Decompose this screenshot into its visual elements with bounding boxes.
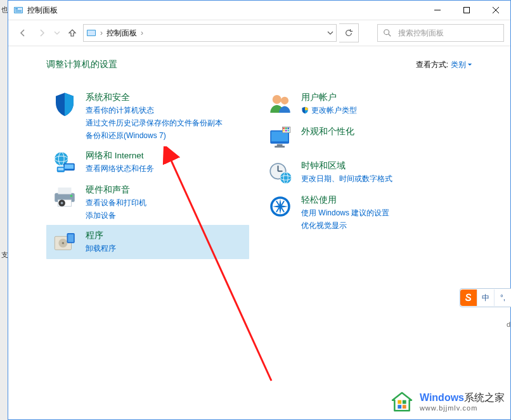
monitor-icon: [267, 125, 294, 151]
content-area: 调整计算机的设置 查看方式: 类别 系统和安全 查看你的计算机状态: [8, 46, 510, 419]
minimize-button[interactable]: [423, 1, 452, 20]
category-appearance-personalization[interactable]: 外观和个性化: [262, 121, 465, 155]
titlebar: 控制面板: [8, 1, 510, 20]
user-accounts-icon: [267, 91, 294, 117]
window-title: 控制面板: [27, 5, 58, 16]
back-button[interactable]: [15, 25, 31, 41]
category-link-label: 更改帐户类型: [311, 105, 357, 116]
ime-punct-icon[interactable]: °,: [494, 290, 511, 306]
watermark-url: www.bjjmlv.com: [420, 404, 505, 412]
printer-icon: [51, 183, 78, 210]
category-ease-of-access[interactable]: 轻松使用 使用 Windows 建议的设置 优化视觉显示: [262, 189, 465, 235]
svg-rect-56: [403, 405, 406, 409]
svg-rect-54: [403, 400, 406, 404]
category-title[interactable]: 用户帐户: [301, 92, 357, 103]
category-columns: 系统和安全 查看你的计算机状态 通过文件历史记录保存你的文件备份副本 备份和还原…: [46, 87, 498, 259]
category-link[interactable]: 使用 Windows 建议的设置: [301, 207, 389, 219]
address-dropdown[interactable]: [327, 30, 333, 36]
category-link[interactable]: 添加设备: [86, 210, 146, 221]
category-link[interactable]: 卸载程序: [86, 243, 116, 254]
up-button[interactable]: [64, 25, 81, 41]
view-mode-label: 查看方式:: [416, 60, 448, 70]
category-link[interactable]: 优化视觉显示: [301, 220, 389, 231]
titlebar-left: 控制面板: [8, 5, 58, 16]
svg-rect-10: [87, 30, 95, 35]
category-title[interactable]: 程序: [86, 230, 116, 241]
globe-network-icon: [51, 149, 78, 175]
address-bar[interactable]: › 控制面板 ›: [83, 24, 337, 42]
svg-rect-35: [277, 144, 283, 146]
close-button[interactable]: [481, 1, 510, 20]
category-hardware-sound[interactable]: 硬件和声音 查看设备和打印机 添加设备: [46, 179, 249, 225]
category-link[interactable]: 通过文件历史记录保存你的文件备份副本: [86, 117, 223, 129]
svg-rect-21: [58, 188, 72, 194]
search-icon: [383, 29, 392, 37]
forward-button[interactable]: [34, 25, 50, 41]
svg-rect-53: [398, 400, 401, 404]
uac-shield-icon: [301, 106, 309, 114]
svg-line-12: [389, 34, 391, 37]
svg-rect-4: [15, 11, 22, 12]
category-link[interactable]: 更改日期、时间或数字格式: [301, 173, 392, 184]
category-link[interactable]: 更改帐户类型: [301, 105, 357, 116]
shield-icon: [51, 91, 78, 117]
refresh-button[interactable]: [339, 23, 359, 42]
svg-rect-34: [271, 132, 288, 142]
search-box[interactable]: [377, 24, 504, 42]
category-programs[interactable]: 程序 卸载程序: [46, 225, 249, 259]
svg-rect-55: [398, 405, 401, 409]
svg-rect-38: [283, 127, 285, 129]
maximize-button[interactable]: [452, 1, 481, 20]
breadcrumb-root[interactable]: 控制面板: [107, 28, 137, 39]
svg-rect-2: [15, 8, 18, 10]
category-user-accounts[interactable]: 用户帐户 更改帐户类型: [262, 87, 465, 121]
category-system-security[interactable]: 系统和安全 查看你的计算机状态 通过文件历史记录保存你的文件备份副本 备份和还原…: [46, 87, 249, 145]
ime-mode[interactable]: 中: [477, 290, 494, 306]
svg-point-31: [273, 95, 281, 104]
breadcrumb-separator: ›: [141, 29, 143, 37]
svg-rect-39: [285, 127, 287, 129]
svg-point-11: [384, 30, 389, 35]
category-column-right: 用户帐户 更改帐户类型 外观和个性化: [262, 87, 465, 259]
svg-rect-36: [275, 146, 285, 148]
svg-rect-43: [287, 130, 289, 132]
category-link[interactable]: 查看设备和打印机: [86, 197, 146, 208]
page-title: 调整计算机的设置: [46, 59, 117, 70]
toolbar: › 控制面板 ›: [8, 20, 510, 46]
watermark-brand: Windows系统之家: [420, 392, 505, 404]
category-title[interactable]: 时钟和区域: [301, 160, 392, 172]
ease-of-access-icon: [267, 193, 294, 220]
svg-rect-19: [58, 168, 64, 170]
category-title[interactable]: 系统和安全: [86, 92, 223, 103]
breadcrumb-separator: ›: [100, 29, 103, 37]
search-input[interactable]: [397, 28, 498, 38]
category-clock-region[interactable]: 时钟和区域 更改日期、时间或数字格式: [262, 155, 465, 189]
view-mode-value: 类别: [451, 60, 466, 70]
view-mode-dropdown[interactable]: 类别: [451, 60, 472, 70]
clock-globe-icon: [267, 159, 294, 186]
category-column-left: 系统和安全 查看你的计算机状态 通过文件历史记录保存你的文件备份副本 备份和还原…: [46, 87, 249, 259]
sogou-ime-icon[interactable]: [460, 290, 477, 306]
svg-rect-6: [464, 8, 470, 13]
recent-dropdown[interactable]: [53, 25, 61, 41]
svg-point-25: [61, 202, 63, 205]
category-title[interactable]: 轻松使用: [301, 194, 389, 206]
ime-toolbar[interactable]: 中 °,: [460, 288, 511, 307]
view-mode: 查看方式: 类别: [416, 60, 472, 70]
control-panel-window: 控制面板 › 控制面板 › 调整计算: [8, 0, 511, 420]
programs-icon: [51, 229, 78, 255]
category-title[interactable]: 硬件和声音: [86, 184, 146, 196]
control-panel-icon: [13, 5, 23, 15]
control-panel-icon: [86, 28, 96, 38]
category-link[interactable]: 查看网络状态和任务: [86, 163, 154, 174]
titlebar-right: [423, 1, 510, 20]
category-link[interactable]: 查看你的计算机状态: [86, 105, 223, 116]
watermark: Windows系统之家 www.bjjmlv.com: [389, 390, 505, 415]
svg-point-47: [280, 172, 292, 184]
category-title[interactable]: 网络和 Internet: [86, 150, 154, 162]
category-network-internet[interactable]: 网络和 Internet 查看网络状态和任务: [46, 145, 249, 179]
category-link[interactable]: 备份和还原(Windows 7): [86, 130, 223, 141]
svg-rect-42: [285, 130, 287, 132]
svg-rect-40: [287, 127, 289, 129]
category-title[interactable]: 外观和个性化: [301, 126, 354, 137]
